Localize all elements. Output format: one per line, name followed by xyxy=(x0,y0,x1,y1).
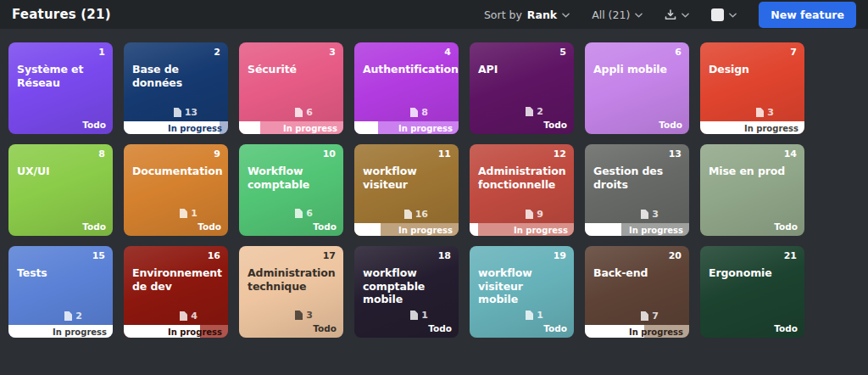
doc-count-value: 1 xyxy=(191,208,198,219)
feature-title: Administration fonctionnelle xyxy=(470,160,574,191)
doc-count-value: 13 xyxy=(185,107,198,118)
download-icon xyxy=(665,9,676,20)
feature-title: Administration technique xyxy=(239,261,343,293)
feature-card[interactable]: 6 Appli mobile Todo xyxy=(585,42,689,134)
status-badge: Todo xyxy=(8,118,113,134)
status-badge: Todo xyxy=(124,220,228,236)
export-dropdown[interactable] xyxy=(665,9,689,20)
feature-card[interactable]: 15 Tests 2 In progress xyxy=(8,246,113,338)
feature-title: Ergonomie xyxy=(700,261,804,280)
feature-rank: 7 xyxy=(790,42,804,58)
sort-label: Sort by xyxy=(484,8,522,21)
status-badge: In progress xyxy=(629,327,683,336)
status-badge: In progress xyxy=(168,327,222,336)
doc-count: 3 xyxy=(700,106,804,119)
feature-rank: 8 xyxy=(98,144,113,160)
feature-rank: 19 xyxy=(554,246,574,261)
status-badge: In progress xyxy=(629,225,683,234)
doc-count: 1 xyxy=(354,309,459,322)
progress-bar: In progress xyxy=(124,121,228,134)
status-badge: Todo xyxy=(700,220,804,236)
feature-rank: 5 xyxy=(559,42,574,58)
status-badge: Todo xyxy=(470,118,574,134)
feature-rank: 4 xyxy=(444,42,459,58)
chevron-down-icon xyxy=(682,13,689,18)
progress-bar: In progress xyxy=(470,223,574,236)
feature-rank: 15 xyxy=(92,246,113,261)
document-icon xyxy=(755,108,764,117)
feature-card[interactable]: 11 workflow visiteur 16 In progress xyxy=(354,144,459,236)
feature-title: Système et Réseau xyxy=(8,58,113,89)
progress-bar: In progress xyxy=(700,121,804,134)
feature-title: workflow comptable mobile xyxy=(354,261,459,306)
feature-card[interactable]: 5 API 2 Todo xyxy=(470,42,574,134)
feature-card[interactable]: 4 Authentification 8 In progress xyxy=(354,42,459,134)
feature-title: Appli mobile xyxy=(585,58,689,76)
feature-title: Workflow comptable xyxy=(239,160,343,191)
doc-count: 8 xyxy=(354,106,459,119)
document-icon xyxy=(179,209,187,218)
progress-fill xyxy=(239,121,260,134)
doc-count-value: 6 xyxy=(306,208,313,219)
sort-value: Rank xyxy=(527,8,557,21)
feature-rank: 10 xyxy=(323,144,343,160)
feature-rank: 6 xyxy=(675,42,689,58)
status-badge: Todo xyxy=(585,118,689,134)
feature-card[interactable]: 1 Système et Réseau Todo xyxy=(8,42,113,134)
feature-title: Back-end xyxy=(585,261,689,280)
doc-count: 9 xyxy=(470,208,574,221)
feature-card[interactable]: 14 Mise en prod Todo xyxy=(700,144,804,236)
feature-card[interactable]: 19 workflow visiteur mobile 1 Todo xyxy=(470,246,574,338)
feature-rank: 17 xyxy=(323,246,343,261)
filter-dropdown[interactable]: All (21) xyxy=(592,8,643,21)
document-icon xyxy=(403,210,412,219)
document-icon xyxy=(525,311,533,320)
doc-count-value: 1 xyxy=(537,310,543,321)
feature-title: API xyxy=(470,58,574,76)
status-badge: In progress xyxy=(283,123,337,132)
feature-title: Mise en prod xyxy=(700,160,804,178)
feature-rank: 16 xyxy=(208,246,228,261)
feature-rank: 13 xyxy=(669,144,689,160)
status-badge: Todo xyxy=(239,322,343,338)
doc-count: 16 xyxy=(354,208,459,221)
feature-card[interactable]: 17 Administration technique 3 Todo xyxy=(239,246,343,338)
color-dropdown[interactable] xyxy=(711,8,737,21)
chevron-down-icon xyxy=(562,13,570,18)
doc-count-value: 3 xyxy=(306,310,313,321)
progress-bar: In progress xyxy=(239,121,343,134)
feature-card[interactable]: 20 Back-end 7 In progress xyxy=(585,246,689,338)
document-icon xyxy=(179,311,187,321)
feature-card[interactable]: 3 Sécurité 6 In progress xyxy=(239,42,343,134)
status-badge: In progress xyxy=(398,225,453,234)
document-icon xyxy=(409,108,418,117)
feature-card[interactable]: 21 Ergonomie Todo xyxy=(700,246,804,338)
feature-card[interactable]: 13 Gestion des droits 3 In progress xyxy=(585,144,689,236)
status-badge: Todo xyxy=(354,322,459,338)
feature-card[interactable]: 7 Design 3 In progress xyxy=(700,42,804,134)
feature-rank: 9 xyxy=(214,144,228,160)
filter-value: All (21) xyxy=(592,8,630,21)
doc-count-value: 2 xyxy=(75,311,82,322)
feature-card[interactable]: 9 Documentation 1 Todo xyxy=(124,144,228,236)
sort-dropdown[interactable]: Sort by Rank xyxy=(484,8,570,21)
feature-card[interactable]: 8 UX/UI Todo xyxy=(8,144,113,236)
progress-bar: In progress xyxy=(8,325,113,338)
page-title: Features (21) xyxy=(12,7,111,22)
doc-count: 6 xyxy=(239,106,343,119)
feature-rank: 20 xyxy=(669,246,689,261)
status-badge: Todo xyxy=(8,220,113,236)
feature-card[interactable]: 16 Environnement de dev 4 In progress xyxy=(124,246,228,338)
doc-count: 13 xyxy=(124,106,228,119)
doc-count-value: 16 xyxy=(415,209,428,220)
feature-card[interactable]: 12 Administration fonctionnelle 9 In pro… xyxy=(470,144,574,236)
doc-count: 3 xyxy=(585,208,689,221)
feature-card[interactable]: 18 workflow comptable mobile 1 Todo xyxy=(354,246,459,338)
new-feature-button[interactable]: New feature xyxy=(759,2,856,28)
doc-count-value: 8 xyxy=(421,107,428,118)
progress-bar: In progress xyxy=(354,223,459,236)
doc-count-value: 6 xyxy=(306,107,313,118)
feature-card[interactable]: 2 Base de données 13 In progress xyxy=(124,42,228,134)
feature-card[interactable]: 10 Workflow comptable 6 Todo xyxy=(239,144,343,236)
feature-rank: 12 xyxy=(554,144,574,160)
